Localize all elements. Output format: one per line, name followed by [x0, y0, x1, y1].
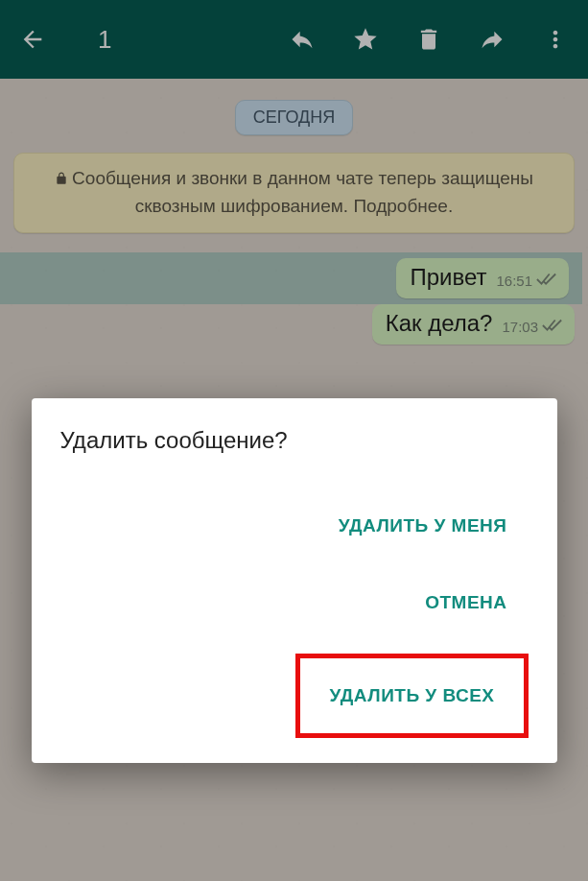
delete-dialog: Удалить сообщение? УДАЛИТЬ У МЕНЯ ОТМЕНА…: [32, 398, 557, 763]
modal-overlay[interactable]: Удалить сообщение? УДАЛИТЬ У МЕНЯ ОТМЕНА…: [0, 0, 588, 881]
delete-for-all-button[interactable]: УДАЛИТЬ У ВСЕХ: [295, 654, 528, 738]
dialog-title: Удалить сообщение?: [60, 427, 529, 454]
delete-for-me-button[interactable]: УДАЛИТЬ У МЕНЯ: [318, 500, 529, 552]
dialog-actions: УДАЛИТЬ У МЕНЯ ОТМЕНА УДАЛИТЬ У ВСЕХ: [60, 500, 529, 738]
cancel-button[interactable]: ОТМЕНА: [404, 577, 528, 629]
